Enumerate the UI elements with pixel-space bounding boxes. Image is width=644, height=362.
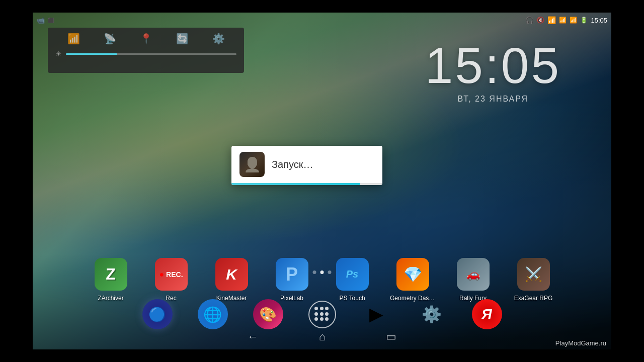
rallyfury-icon: 🚗 <box>457 258 490 291</box>
launch-text: Запуск… <box>272 159 313 170</box>
recents-button[interactable]: ▭ <box>386 330 396 343</box>
frame-bottom <box>0 349 644 362</box>
headphone-icon: 🎧 <box>525 16 534 24</box>
clock-widget: 15:05 ВТ, 23 ЯНВАРЯ <box>425 40 561 104</box>
clock-time: 15:05 <box>425 40 561 90</box>
rec-icon: ● REC. <box>155 258 188 291</box>
rec-text: REC. <box>166 270 183 279</box>
brightness-control: ☀ <box>55 50 236 58</box>
status-left-icons: 📹 ⬛ <box>37 17 54 24</box>
quick-settings-icons: 📶 📡 📍 🔄 ⚙️ <box>55 33 236 45</box>
qs-location-icon[interactable]: 📍 <box>140 33 152 45</box>
quick-settings-panel: 📶 📡 📍 🔄 ⚙️ ☀ <box>48 28 244 73</box>
qs-wifi-icon[interactable]: 📶 <box>67 33 80 45</box>
brightness-fill <box>66 53 117 55</box>
settings-icon: ⚙️ <box>422 305 442 324</box>
watermark: PlayModGame.ru <box>555 339 606 347</box>
status-bar: 📹 ⬛ 🎧 🔇 📶 📶 📶 🔋 15:05 <box>33 13 611 28</box>
launch-progress-fill <box>231 183 360 185</box>
geodash-icon: 💎 <box>396 258 429 291</box>
frame-left <box>0 0 33 362</box>
battery-icon: 🔋 <box>580 17 588 24</box>
qs-sync-icon[interactable]: 🔄 <box>176 33 189 45</box>
qs-settings-icon[interactable]: ⚙️ <box>212 33 225 45</box>
signal-icon-2: 📶 <box>570 17 577 24</box>
pstouch-icon: Ps <box>336 258 369 291</box>
signal-icon-1: 📶 <box>559 17 567 24</box>
frame-top <box>0 0 644 13</box>
status-time: 15:05 <box>591 17 607 24</box>
camera-icon: 🔵 <box>148 306 166 323</box>
pixellab-p: P <box>286 264 298 285</box>
home-button[interactable]: ⌂ <box>319 330 326 343</box>
launch-progress-bar <box>231 183 382 185</box>
mute-icon: 🔇 <box>537 17 544 24</box>
launch-content: Запуск… <box>231 146 382 183</box>
launch-app-icon <box>239 152 265 177</box>
pstouch-text: Ps <box>346 268 358 280</box>
rec-content: ● REC. <box>159 270 183 279</box>
yandex-icon: Я <box>481 306 492 322</box>
kinemaster-icon: K <box>215 258 248 291</box>
pixellab-icon: P <box>276 258 308 291</box>
browser-icon: 🌐 <box>203 306 222 323</box>
qs-bluetooth-icon[interactable]: 📡 <box>104 33 116 45</box>
geodash-emoji: 💎 <box>404 265 422 283</box>
back-button[interactable]: ← <box>248 330 259 343</box>
rally-car: 🚗 <box>466 268 480 281</box>
playstore-icon: ▶ <box>369 304 383 325</box>
brightness-icon: ☀ <box>55 50 62 58</box>
notification-icon-2: ⬛ <box>48 18 54 23</box>
rec-dot: ● <box>159 270 164 279</box>
notification-icon-1: 📹 <box>37 17 45 24</box>
holo-icon: 🎨 <box>259 306 277 323</box>
exagear-icon: ⚔️ <box>517 258 550 291</box>
nav-bar: ← ⌂ ▭ <box>33 324 611 349</box>
brightness-bar[interactable] <box>66 53 236 55</box>
status-right-icons: 🎧 🔇 📶 📶 📶 🔋 15:05 <box>525 16 607 24</box>
wifi-status-icon: 📶 <box>547 16 556 24</box>
z-logo: Z <box>106 265 116 284</box>
exagear-emoji: ⚔️ <box>525 266 542 283</box>
clock-date: ВТ, 23 ЯНВАРЯ <box>425 95 561 104</box>
zarchiver-icon: Z <box>95 258 127 291</box>
kinemaster-k: K <box>226 266 237 283</box>
launch-dialog: Запуск… <box>231 146 382 185</box>
frame-right <box>611 0 644 362</box>
apps-grid-icon <box>314 307 330 322</box>
